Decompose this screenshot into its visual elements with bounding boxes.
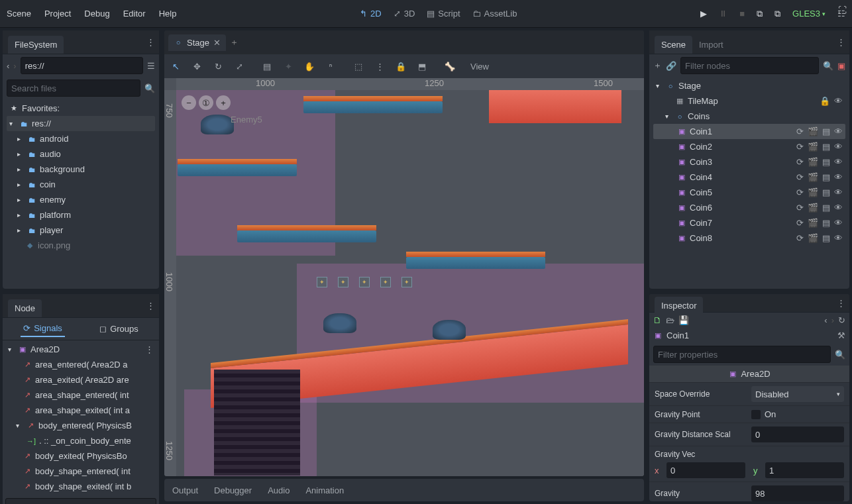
scene-icon[interactable]: 🎬	[808, 218, 818, 228]
resource-save-icon[interactable]: 💾	[678, 315, 689, 325]
animation-tab[interactable]: Animation	[305, 485, 344, 495]
filesystem-menu-icon[interactable]: ⋮	[146, 37, 155, 47]
gravity-point-checkbox[interactable]	[751, 410, 761, 419]
filesystem-tab[interactable]: FileSystem	[8, 36, 64, 54]
script-icon[interactable]: ▤	[822, 172, 830, 182]
signal-icon[interactable]: ⟳	[796, 187, 804, 197]
scene-icon[interactable]: 🎬	[808, 157, 818, 167]
signal-icon[interactable]: ⟳	[796, 142, 804, 152]
scene-tab-stage[interactable]: ○ Stage ✕	[168, 34, 226, 51]
search-icon[interactable]: 🔍	[835, 350, 845, 360]
search-icon[interactable]: 🔍	[144, 83, 155, 93]
gravity-vec-x-input[interactable]: 0	[666, 462, 745, 478]
script-icon[interactable]: ▤	[822, 187, 830, 197]
connect-button[interactable]: Connect	[5, 498, 156, 504]
snap-options-icon[interactable]: ⋮	[372, 62, 387, 72]
stop-button[interactable]: ■	[739, 9, 745, 19]
coin-row-Coin6[interactable]: ▣Coin6⟳🎬▤👁	[653, 200, 845, 215]
visibility-icon[interactable]: 👁	[834, 142, 843, 152]
audio-tab[interactable]: Audio	[268, 485, 290, 495]
signal-row[interactable]: ↗area_shape_exited( int a	[5, 403, 156, 418]
script-icon[interactable]: ▤	[822, 218, 830, 228]
inspector-menu-icon[interactable]: ⋮	[837, 298, 845, 308]
favorites-row[interactable]: ★Favorites:	[7, 101, 155, 116]
bone-icon[interactable]: 🦴	[443, 62, 457, 72]
play-custom-button[interactable]: ⧉	[774, 9, 780, 19]
lock-icon[interactable]: 🔒	[820, 96, 830, 106]
add-node-button[interactable]: ＋	[653, 60, 662, 72]
link-node-button[interactable]: 🔗	[666, 61, 676, 71]
snap-toggle-icon[interactable]: ⬚	[351, 62, 366, 72]
search-files-input[interactable]	[7, 79, 140, 97]
visibility-icon[interactable]: 👁	[834, 218, 843, 228]
signal-row[interactable]: ↗body_shape_exited( int b	[5, 479, 156, 494]
node-menu-icon[interactable]: ⋮	[146, 301, 155, 311]
menu-scene[interactable]: Scene	[7, 9, 31, 19]
space-override-dropdown[interactable]: Disabled▾	[751, 386, 844, 402]
scene-icon[interactable]: 🎬	[808, 142, 818, 152]
folder-row-background[interactable]: ▸🖿background	[7, 162, 155, 177]
scene-icon[interactable]: 🎬	[808, 172, 818, 182]
zoom-reset-button[interactable]: ①	[199, 95, 213, 110]
class-section-header[interactable]: ▣Area2D	[649, 366, 849, 382]
signal-row[interactable]: ↗area_entered( Area2D a	[5, 357, 156, 372]
close-tab-icon[interactable]: ✕	[213, 38, 221, 48]
pivot-icon[interactable]: ✦	[281, 62, 295, 72]
tab-2d[interactable]: ↰ 2D	[360, 9, 382, 19]
menu-editor[interactable]: Editor	[123, 9, 146, 19]
script-icon[interactable]: ▤	[822, 142, 830, 152]
play-button[interactable]: ▶	[700, 9, 707, 19]
zoom-in-button[interactable]: +	[216, 95, 231, 110]
signal-row-body-entered[interactable]: ▾↗body_entered( PhysicsB	[5, 418, 156, 433]
gravity-vec-y-input[interactable]: 1	[765, 462, 844, 478]
view-toggle-icon[interactable]: ☰	[147, 61, 155, 71]
signals-tab[interactable]: ⟳Signals	[21, 321, 65, 337]
signal-icon[interactable]: ⟳	[796, 126, 804, 136]
pan-tool-icon[interactable]: ✋	[302, 62, 317, 72]
file-row[interactable]: ◆icon.png	[7, 238, 155, 253]
rotate-tool-icon[interactable]: ↻	[211, 62, 225, 72]
scene-dock-tab[interactable]: Scene	[655, 36, 692, 54]
visibility-icon[interactable]: 👁	[834, 187, 843, 197]
visibility-icon[interactable]: 👁	[834, 157, 843, 167]
signal-class-row[interactable]: ▾▣Area2D⋮	[5, 342, 156, 357]
move-tool-icon[interactable]: ✥	[189, 62, 204, 72]
filter-nodes-input[interactable]	[680, 57, 819, 74]
scene-menu-icon[interactable]: ⋮	[837, 37, 845, 47]
node-tab[interactable]: Node	[8, 299, 42, 317]
output-tab[interactable]: Output	[172, 485, 198, 495]
signal-icon[interactable]: ⟳	[796, 157, 804, 167]
signal-row[interactable]: ↗body_exited( PhysicsBo	[5, 448, 156, 464]
signal-icon[interactable]: ⟳	[796, 172, 804, 182]
signal-icon[interactable]: ⟳	[796, 218, 804, 228]
script-icon[interactable]: ▤	[822, 203, 830, 213]
pause-button[interactable]: ⏸	[719, 9, 727, 19]
signal-icon[interactable]: ⟳	[796, 233, 804, 243]
coin-row-Coin1[interactable]: ▣Coin1⟳🎬▤👁	[653, 124, 845, 139]
zoom-out-button[interactable]: −	[182, 95, 196, 110]
visibility-icon[interactable]: 👁	[834, 96, 843, 106]
debugger-tab[interactable]: Debugger	[214, 485, 252, 495]
visibility-icon[interactable]: 👁	[834, 126, 843, 136]
tab-3d[interactable]: ⤢ 3D	[394, 9, 415, 19]
history-menu-icon[interactable]: ↻	[838, 315, 845, 325]
search-icon[interactable]: 🔍	[823, 61, 833, 71]
signal-row[interactable]: ↗area_shape_entered( int	[5, 387, 156, 403]
lock-icon[interactable]: 🔒	[394, 62, 408, 72]
coin-row-Coin7[interactable]: ▣Coin7⟳🎬▤👁	[653, 215, 845, 230]
import-dock-tab[interactable]: Import	[692, 36, 730, 54]
tab-script[interactable]: ▤ Script	[427, 9, 460, 19]
signal-row[interactable]: ↗area_exited( Area2D are	[5, 372, 156, 387]
coin-row-Coin8[interactable]: ▣Coin8⟳🎬▤👁	[653, 230, 845, 246]
script-icon[interactable]: ▤	[822, 157, 830, 167]
gravity-dist-input[interactable]: 0	[751, 427, 844, 442]
menu-debug[interactable]: Debug	[84, 9, 109, 19]
folder-row-player[interactable]: ▸🖿player	[7, 223, 155, 238]
property-tools-icon[interactable]: ⚒	[837, 330, 845, 340]
script-extend-icon[interactable]: ▣	[837, 61, 845, 71]
play-scene-button[interactable]: ⧉	[757, 9, 763, 19]
coin-row-Coin5[interactable]: ▣Coin5⟳🎬▤👁	[653, 185, 845, 200]
scene-icon[interactable]: 🎬	[808, 126, 818, 136]
folder-row-platform[interactable]: ▸🖿platform	[7, 207, 155, 223]
signal-connection-row[interactable]: →]. :: _on_coin_body_ente	[5, 433, 156, 448]
